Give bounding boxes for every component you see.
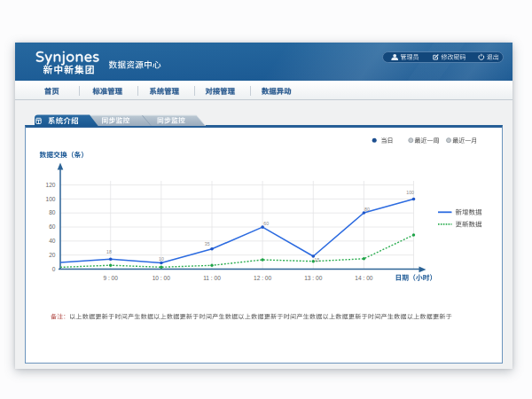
svg-text:12 : 00: 12 : 00 (254, 275, 271, 281)
svg-text:100: 100 (406, 190, 414, 195)
svg-text:80: 80 (49, 209, 56, 215)
svg-text:60: 60 (49, 223, 56, 230)
svg-text:0: 0 (52, 266, 56, 272)
svg-text:100: 100 (45, 196, 55, 202)
svg-text:80: 80 (364, 207, 370, 212)
svg-text:35: 35 (205, 241, 210, 246)
svg-text:14 : 00: 14 : 00 (355, 275, 372, 281)
svg-text:10 : 00: 10 : 00 (153, 275, 170, 281)
svg-text:18: 18 (106, 249, 112, 254)
svg-text:20: 20 (49, 252, 56, 258)
svg-text:9 : 00: 9 : 00 (103, 275, 118, 281)
svg-text:13 : 00: 13 : 00 (304, 275, 322, 281)
svg-text:40: 40 (49, 238, 56, 244)
svg-text:10: 10 (159, 256, 164, 262)
svg-text:15: 15 (315, 257, 320, 262)
svg-text:120: 120 (45, 182, 55, 188)
svg-text:60: 60 (263, 221, 269, 226)
svg-text:11 : 00: 11 : 00 (203, 275, 221, 281)
